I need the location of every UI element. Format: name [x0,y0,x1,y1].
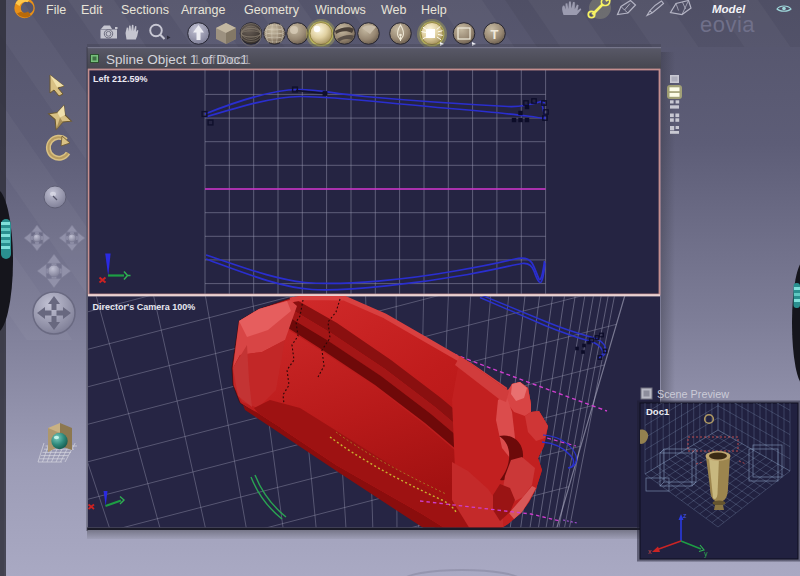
svg-text:y: y [704,550,708,558]
svg-text:Director's Camera 100%: Director's Camera 100% [93,302,196,312]
svg-text:z: z [683,512,687,519]
svg-text:Edit: Edit [81,3,103,17]
svg-text:1 of Doc1: 1 of Doc1 [193,52,251,67]
svg-text:Web: Web [381,3,407,17]
svg-text:eovia: eovia [700,12,755,37]
svg-text:Help: Help [421,3,447,17]
svg-text:Geometry: Geometry [244,3,300,17]
svg-text:Left 212.59%: Left 212.59% [93,74,148,84]
svg-text:Windows: Windows [315,3,366,17]
svg-text:Scene Preview: Scene Preview [657,388,729,400]
svg-text:Doc1: Doc1 [646,406,670,417]
svg-text:File: File [46,3,66,17]
svg-text:x: x [648,548,652,555]
svg-text:Arrange: Arrange [181,3,226,17]
svg-text:Sections: Sections [121,3,169,17]
svg-text:T: T [491,27,499,42]
